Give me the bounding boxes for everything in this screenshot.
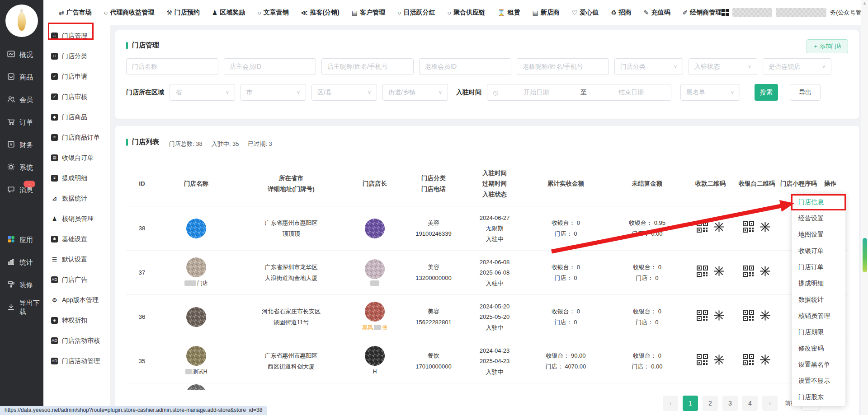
sub-sidebar-item-16[interactable]: AD门店活动管理 xyxy=(43,351,110,371)
topnav-item-5[interactable]: ≪推客(分销) xyxy=(301,9,340,17)
sub-sidebar-item-11[interactable]: ☰默认设置 xyxy=(43,249,110,270)
dropdown-item-7[interactable]: 核销员管理 xyxy=(792,308,845,324)
brand-logo[interactable] xyxy=(5,5,38,37)
start-date-placeholder[interactable]: 开始日期 xyxy=(502,89,571,97)
dropdown-item-6[interactable]: 数据统计 xyxy=(792,292,845,308)
round-code-icon[interactable] xyxy=(713,221,725,236)
qr-code-icon[interactable] xyxy=(743,354,754,368)
user-account-area[interactable]: 务(公众号管理员) xyxy=(722,8,868,17)
sidebar-item-export[interactable]: 导出下载 xyxy=(0,296,43,319)
sub-sidebar-item-7[interactable]: ¥提成明细 xyxy=(43,168,110,188)
topnav-item-12[interactable]: ♻招商 xyxy=(611,9,632,17)
qr-code-icon[interactable] xyxy=(697,221,708,236)
export-button[interactable]: 导出 xyxy=(790,84,821,101)
sub-sidebar-item-4[interactable]: ◆门店商品 xyxy=(43,107,110,127)
dropdown-item-8[interactable]: 门店期限 xyxy=(792,324,845,340)
sidebar-item-orders[interactable]: 订单 xyxy=(0,111,43,134)
end-date-placeholder[interactable]: 结束日期 xyxy=(597,89,665,97)
sidebar-item-goods[interactable]: 商品 xyxy=(0,66,43,89)
sidebar-item-members[interactable]: 会员 xyxy=(0,89,43,111)
topnav-item-13[interactable]: ✎充值码 xyxy=(644,9,670,17)
sidebar-item-deco[interactable]: 装修 xyxy=(0,274,43,296)
round-code-icon[interactable] xyxy=(760,266,771,280)
topnav-item-4[interactable]: ○文章营销 xyxy=(257,9,288,17)
filter-input-4[interactable]: 老板昵称/姓名/手机号 xyxy=(517,58,609,75)
page-button-4[interactable]: 4 xyxy=(742,396,758,411)
topnav-item-1[interactable]: ○代理商收益管理 xyxy=(104,9,154,17)
filter-select-5[interactable]: 门店分类∨ xyxy=(614,58,683,75)
sub-sidebar-item-6[interactable]: ▤收银台订单 xyxy=(43,148,110,168)
qr-code-icon[interactable] xyxy=(743,310,754,324)
round-code-icon[interactable] xyxy=(713,354,725,368)
add-store-button[interactable]: ＋ 添加门店 xyxy=(807,39,848,53)
sub-sidebar-item-5[interactable]: ≡门店商品订单 xyxy=(43,127,110,148)
region-select-0[interactable]: 省∨ xyxy=(170,84,235,101)
dropdown-item-0[interactable]: 门店信息 xyxy=(792,194,845,210)
sidebar-item-apps[interactable]: 应用 xyxy=(0,228,43,251)
topnav-item-3[interactable]: ♟区域奖励 xyxy=(212,9,245,17)
blacklist-select[interactable]: 黑名单∨ xyxy=(680,84,740,101)
round-code-icon[interactable] xyxy=(760,310,771,324)
sidebar-item-overview[interactable]: 概况 xyxy=(0,43,43,66)
filter-select-6[interactable]: 入驻状态∨ xyxy=(689,58,757,75)
round-code-icon[interactable] xyxy=(760,221,771,236)
filter-select-7[interactable]: 是否连锁店∨ xyxy=(763,58,831,75)
scroll-up-arrow-icon[interactable]: ▲ xyxy=(861,1,868,5)
topnav-item-11[interactable]: ♡爱心值 xyxy=(572,9,599,17)
qr-code-icon[interactable] xyxy=(743,221,754,236)
apps-grid-icon[interactable] xyxy=(722,9,729,16)
dropdown-item-12[interactable]: 门店股东 xyxy=(792,389,845,406)
sub-sidebar-item-3[interactable]: ✓门店审核 xyxy=(43,87,110,107)
filter-input-3[interactable]: 老板会员ID xyxy=(419,58,511,75)
scrollbar-thumb[interactable] xyxy=(863,238,867,272)
dropdown-item-3[interactable]: 收银订单 xyxy=(792,243,845,259)
page-button-2[interactable]: 2 xyxy=(703,396,718,411)
prev-page-button[interactable]: ‹ xyxy=(663,396,678,411)
qr-code-icon[interactable] xyxy=(697,266,708,280)
search-button[interactable]: 搜索 xyxy=(755,84,778,101)
qr-code-icon[interactable] xyxy=(697,310,708,324)
dropdown-item-11[interactable]: 设置不显示 xyxy=(792,373,845,389)
sidebar-item-message[interactable]: 消息... xyxy=(0,179,43,201)
dropdown-item-9[interactable]: 修改密码 xyxy=(792,340,845,357)
page-button-1[interactable]: 1 xyxy=(683,396,698,411)
sidebar-item-finance[interactable]: ¥财务 xyxy=(0,134,43,156)
topnav-item-6[interactable]: ▤客户管理 xyxy=(352,9,385,17)
sidebar-item-system[interactable]: 系统 xyxy=(0,156,43,179)
join-date-range-picker[interactable]: ◷ 开始日期 至 结束日期 xyxy=(487,84,671,101)
sub-sidebar-item-12[interactable]: AD门店广告 xyxy=(43,270,110,290)
dropdown-item-4[interactable]: 门店订单 xyxy=(792,259,845,275)
round-code-icon[interactable] xyxy=(760,354,771,368)
filter-input-1[interactable]: 店主会员ID xyxy=(224,58,316,75)
round-code-icon[interactable] xyxy=(713,310,725,324)
topnav-item-10[interactable]: ▤新店商 xyxy=(532,9,559,17)
sub-sidebar-item-2[interactable]: ✓门店申请 xyxy=(43,66,110,87)
qr-code-icon[interactable] xyxy=(697,354,708,368)
vertical-scrollbar[interactable]: ▲ xyxy=(861,0,868,415)
dropdown-item-5[interactable]: 提成明细 xyxy=(792,275,845,292)
region-select-3[interactable]: 街道/乡镇∨ xyxy=(382,84,448,101)
topnav-item-8[interactable]: ○聚合供应链 xyxy=(447,9,485,17)
qr-code-icon[interactable] xyxy=(743,266,754,280)
sub-sidebar-item-13[interactable]: ⚙App版本管理 xyxy=(43,290,110,310)
sub-sidebar-item-8[interactable]: ⊿数据统计 xyxy=(43,188,110,209)
sub-sidebar-item-1[interactable]: ∷门店分类 xyxy=(43,46,110,66)
topnav-item-14[interactable]: ✐经销商管理 xyxy=(683,9,722,17)
sub-sidebar-item-0[interactable]: ⌂门店管理 xyxy=(43,26,110,46)
topnav-item-9[interactable]: ⌛租赁 xyxy=(497,9,520,17)
topnav-item-0[interactable]: ⇄广告市场 xyxy=(59,9,92,17)
sidebar-item-stats[interactable]: 统计 xyxy=(0,251,43,274)
next-page-button[interactable]: › xyxy=(762,396,778,411)
filter-input-2[interactable]: 店主昵称/姓名/手机号 xyxy=(321,58,414,75)
sub-sidebar-item-15[interactable]: AD门店活动审核 xyxy=(43,331,110,351)
topnav-item-2[interactable]: ⚒门店预约 xyxy=(166,9,200,17)
sub-sidebar-item-9[interactable]: ♟核销员管理 xyxy=(43,209,110,229)
round-code-icon[interactable] xyxy=(713,266,725,280)
sub-sidebar-item-14[interactable]: ◈特权折扣 xyxy=(43,310,110,331)
filter-input-0[interactable]: 门店名称 xyxy=(126,58,218,75)
region-select-2[interactable]: 区/县∨ xyxy=(311,84,377,101)
topnav-item-7[interactable]: ○日活跃分红 xyxy=(397,9,435,17)
dropdown-item-2[interactable]: 地图设置 xyxy=(792,227,845,243)
dropdown-item-1[interactable]: 经营设置 xyxy=(792,210,845,227)
page-button-3[interactable]: 3 xyxy=(722,396,738,411)
